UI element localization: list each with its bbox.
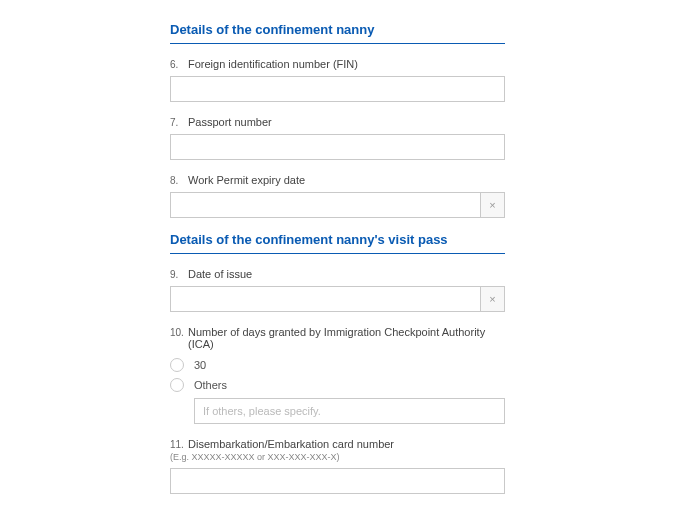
field-hint: (E.g. XXXXX-XXXXX or XXX-XXX-XXX-X) (170, 452, 505, 462)
clear-date-button[interactable]: × (481, 192, 505, 218)
radio-option-30[interactable]: 30 (170, 358, 505, 372)
field-date-of-issue: 9. Date of issue × (170, 268, 505, 312)
field-number: 9. (170, 269, 188, 280)
close-icon: × (489, 293, 495, 305)
field-label: Number of days granted by Immigration Ch… (188, 326, 505, 350)
radio-icon (170, 378, 184, 392)
field-label: Passport number (188, 116, 505, 128)
field-days-granted: 10. Number of days granted by Immigratio… (170, 326, 505, 424)
field-number: 7. (170, 117, 188, 128)
others-specify-input[interactable] (194, 398, 505, 424)
field-de-card: 11. Disembarkation/Embarkation card numb… (170, 438, 505, 494)
field-number: 11. (170, 439, 188, 450)
field-number: 8. (170, 175, 188, 186)
wp-expiry-input[interactable] (170, 192, 481, 218)
field-label: Date of issue (188, 268, 505, 280)
field-label: Foreign identification number (FIN) (188, 58, 505, 70)
field-wp-expiry: 8. Work Permit expiry date × (170, 174, 505, 218)
section-title-visitpass: Details of the confinement nanny's visit… (170, 232, 505, 254)
radio-option-others[interactable]: Others (170, 378, 505, 392)
radio-icon (170, 358, 184, 372)
fin-input[interactable] (170, 76, 505, 102)
field-label: Disembarkation/Embarkation card number (188, 438, 505, 450)
field-label: Work Permit expiry date (188, 174, 505, 186)
field-number: 10. (170, 327, 188, 338)
radio-label: Others (194, 379, 227, 391)
section-title-nanny: Details of the confinement nanny (170, 22, 505, 44)
de-card-input[interactable] (170, 468, 505, 494)
radio-label: 30 (194, 359, 206, 371)
field-passport: 7. Passport number (170, 116, 505, 160)
field-fin: 6. Foreign identification number (FIN) (170, 58, 505, 102)
close-icon: × (489, 199, 495, 211)
date-of-issue-input[interactable] (170, 286, 481, 312)
field-number: 6. (170, 59, 188, 70)
clear-date-button[interactable]: × (481, 286, 505, 312)
passport-input[interactable] (170, 134, 505, 160)
